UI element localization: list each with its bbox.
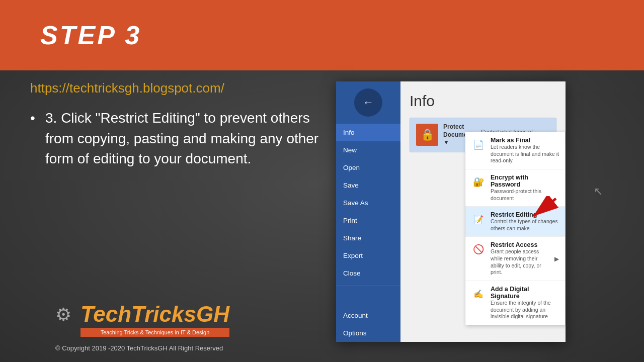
- protect-dropdown-menu: 📄 Mark as Final Let readers know the doc…: [465, 132, 566, 325]
- encrypt-title: Encrypt with Password: [491, 174, 559, 188]
- step-title: STEP 3: [40, 20, 141, 50]
- sidebar-item-info[interactable]: Info: [336, 124, 400, 141]
- bullet-instruction: 3. Click "Restrict Editing" to prevent o…: [30, 108, 322, 169]
- mark-final-desc: Let readers know the document is final a…: [491, 144, 559, 164]
- lock-shield-icon: 🔒: [421, 128, 434, 141]
- mark-final-content: Mark as Final Let readers know the docum…: [491, 137, 559, 164]
- sidebar-item-new[interactable]: New: [336, 141, 400, 159]
- restrict-editing-icon: 📝: [471, 212, 486, 226]
- sidebar-item-export[interactable]: Export: [336, 247, 400, 264]
- logo-area: ⚙ TechTricksGH Teaching Tricks & Techniq…: [80, 302, 229, 337]
- sidebar-item-open[interactable]: Open: [336, 159, 400, 176]
- info-heading: Info: [410, 93, 556, 110]
- sidebar-item-close[interactable]: Close: [336, 264, 400, 282]
- sidebar-item-save[interactable]: Save: [336, 176, 400, 194]
- restrict-access-icon: 🚫: [471, 242, 486, 256]
- url-text[interactable]: https://techtricksgh.blogspot.com/: [30, 80, 322, 96]
- mark-final-title: Mark as Final: [491, 137, 559, 144]
- mouse-cursor-icon: ↖: [594, 185, 603, 198]
- header-bar: STEP 3: [0, 0, 644, 70]
- word-panel: ← Info New Open Save Save As Print Share…: [336, 81, 566, 342]
- logo-text: TechTricksGH: [80, 302, 229, 326]
- svg-line-1: [533, 199, 556, 216]
- digital-signature-icon: ✍️: [471, 287, 486, 301]
- sidebar-item-account[interactable]: Account: [336, 307, 400, 324]
- restrict-access-title: Restrict Access: [491, 241, 549, 248]
- digital-signature-desc: Ensure the integrity of the document by …: [491, 300, 559, 320]
- sidebar-divider: [336, 285, 400, 286]
- red-arrow-indicator: [528, 196, 558, 226]
- sidebar-item-print[interactable]: Print: [336, 212, 400, 229]
- menu-item-restrict-access[interactable]: 🚫 Restrict Access Grant people access wh…: [465, 237, 565, 281]
- encrypt-icon: 🔐: [471, 175, 486, 189]
- digital-signature-title: Add a Digital Signature: [491, 286, 559, 300]
- word-sidebar: ← Info New Open Save Save As Print Share…: [336, 81, 400, 342]
- sidebar-item-save-as[interactable]: Save As: [336, 194, 400, 212]
- digital-signature-content: Add a Digital Signature Ensure the integ…: [491, 286, 559, 320]
- sidebar-bottom: Account Options: [336, 307, 400, 342]
- gear-icon: ⚙: [55, 304, 71, 325]
- copyright-text: © Copyright 2019 -2020 TechTricksGH All …: [55, 344, 223, 352]
- restrict-access-content: Restrict Access Grant people access whil…: [491, 241, 549, 276]
- sidebar-item-share[interactable]: Share: [336, 229, 400, 247]
- restrict-access-arrow-icon: ▶: [554, 255, 559, 262]
- logo-subtitle: Teaching Tricks & Techniques in IT & Des…: [80, 328, 229, 337]
- restrict-access-desc: Grant people access while removing their…: [491, 248, 549, 276]
- back-button[interactable]: ←: [354, 88, 382, 117]
- left-content-area: https://techtricksgh.blogspot.com/ 3. Cl…: [30, 80, 322, 169]
- sidebar-item-options[interactable]: Options: [336, 324, 400, 342]
- menu-item-mark-final[interactable]: 📄 Mark as Final Let readers know the doc…: [465, 132, 565, 169]
- mark-final-icon: 📄: [471, 138, 486, 152]
- back-arrow-icon: ←: [363, 96, 374, 109]
- menu-item-digital-signature[interactable]: ✍️ Add a Digital Signature Ensure the in…: [465, 281, 565, 325]
- protect-icon: 🔒: [416, 124, 438, 146]
- word-main-content: Info 🔒 ProtectDocument ▼ Control what ty…: [400, 81, 566, 342]
